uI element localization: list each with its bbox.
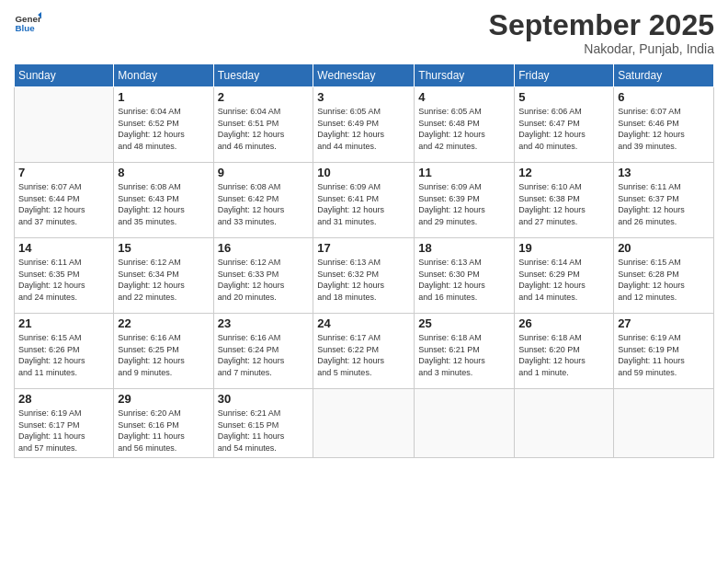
day-info: Sunrise: 6:11 AM Sunset: 6:37 PM Dayligh…: [618, 181, 710, 227]
calendar-header-row: Sunday Monday Tuesday Wednesday Thursday…: [15, 64, 714, 87]
calendar-week-row: 14Sunrise: 6:11 AM Sunset: 6:35 PM Dayli…: [15, 238, 714, 314]
logo: General Blue: [14, 9, 41, 37]
header: General Blue September 2025 Nakodar, Pun…: [14, 9, 714, 56]
col-monday: Monday: [114, 64, 213, 87]
month-title: September 2025: [489, 9, 714, 41]
day-number: 26: [518, 316, 609, 330]
col-wednesday: Wednesday: [313, 64, 415, 87]
day-info: Sunrise: 6:04 AM Sunset: 6:51 PM Dayligh…: [218, 106, 310, 152]
day-info: Sunrise: 6:19 AM Sunset: 6:19 PM Dayligh…: [618, 332, 710, 378]
day-number: 25: [418, 316, 510, 330]
calendar-cell: 14Sunrise: 6:11 AM Sunset: 6:35 PM Dayli…: [15, 238, 114, 314]
day-number: 10: [317, 166, 410, 179]
calendar-week-row: 21Sunrise: 6:15 AM Sunset: 6:26 PM Dayli…: [15, 314, 714, 389]
day-number: 16: [218, 241, 310, 255]
day-info: Sunrise: 6:08 AM Sunset: 6:43 PM Dayligh…: [118, 181, 209, 227]
calendar-cell: [313, 389, 415, 457]
calendar-cell: 16Sunrise: 6:12 AM Sunset: 6:33 PM Dayli…: [213, 238, 313, 314]
day-info: Sunrise: 6:14 AM Sunset: 6:29 PM Dayligh…: [518, 257, 609, 303]
calendar-table: Sunday Monday Tuesday Wednesday Thursday…: [14, 63, 714, 457]
calendar-cell: [614, 389, 714, 457]
day-number: 27: [618, 316, 710, 330]
day-number: 7: [18, 166, 109, 179]
day-info: Sunrise: 6:15 AM Sunset: 6:28 PM Dayligh…: [618, 257, 710, 303]
day-info: Sunrise: 6:12 AM Sunset: 6:34 PM Dayligh…: [118, 257, 209, 303]
calendar-cell: 22Sunrise: 6:16 AM Sunset: 6:25 PM Dayli…: [114, 314, 213, 389]
day-info: Sunrise: 6:05 AM Sunset: 6:49 PM Dayligh…: [317, 106, 410, 152]
calendar-cell: 24Sunrise: 6:17 AM Sunset: 6:22 PM Dayli…: [313, 314, 415, 389]
calendar-week-row: 28Sunrise: 6:19 AM Sunset: 6:17 PM Dayli…: [15, 389, 714, 457]
day-number: 3: [317, 90, 410, 104]
day-info: Sunrise: 6:16 AM Sunset: 6:25 PM Dayligh…: [118, 332, 209, 378]
svg-text:General: General: [16, 14, 42, 24]
day-number: 21: [18, 316, 109, 330]
calendar-cell: 3Sunrise: 6:05 AM Sunset: 6:49 PM Daylig…: [313, 87, 415, 163]
day-number: 2: [218, 90, 310, 104]
calendar-cell: 5Sunrise: 6:06 AM Sunset: 6:47 PM Daylig…: [515, 87, 614, 163]
day-info: Sunrise: 6:15 AM Sunset: 6:26 PM Dayligh…: [18, 332, 109, 378]
day-info: Sunrise: 6:13 AM Sunset: 6:32 PM Dayligh…: [317, 257, 410, 303]
calendar-cell: 19Sunrise: 6:14 AM Sunset: 6:29 PM Dayli…: [515, 238, 614, 314]
day-info: Sunrise: 6:08 AM Sunset: 6:42 PM Dayligh…: [218, 181, 310, 227]
day-info: Sunrise: 6:13 AM Sunset: 6:30 PM Dayligh…: [418, 257, 510, 303]
calendar-cell: 1Sunrise: 6:04 AM Sunset: 6:52 PM Daylig…: [114, 87, 213, 163]
day-number: 9: [218, 166, 310, 179]
day-info: Sunrise: 6:19 AM Sunset: 6:17 PM Dayligh…: [18, 408, 109, 454]
calendar-cell: [515, 389, 614, 457]
col-thursday: Thursday: [415, 64, 515, 87]
calendar-cell: 11Sunrise: 6:09 AM Sunset: 6:39 PM Dayli…: [415, 163, 515, 238]
calendar-cell: [415, 389, 515, 457]
day-number: 22: [118, 316, 209, 330]
day-info: Sunrise: 6:18 AM Sunset: 6:20 PM Dayligh…: [518, 332, 609, 378]
calendar-week-row: 1Sunrise: 6:04 AM Sunset: 6:52 PM Daylig…: [15, 87, 714, 163]
calendar-cell: 20Sunrise: 6:15 AM Sunset: 6:28 PM Dayli…: [614, 238, 714, 314]
day-number: 4: [418, 90, 510, 104]
col-tuesday: Tuesday: [213, 64, 313, 87]
day-number: 13: [618, 166, 710, 179]
day-number: 30: [218, 392, 310, 406]
day-info: Sunrise: 6:11 AM Sunset: 6:35 PM Dayligh…: [18, 257, 109, 303]
col-friday: Friday: [515, 64, 614, 87]
calendar-cell: 28Sunrise: 6:19 AM Sunset: 6:17 PM Dayli…: [15, 389, 114, 457]
day-info: Sunrise: 6:09 AM Sunset: 6:39 PM Dayligh…: [418, 181, 510, 227]
calendar-cell: 2Sunrise: 6:04 AM Sunset: 6:51 PM Daylig…: [213, 87, 313, 163]
day-number: 14: [18, 241, 109, 255]
day-info: Sunrise: 6:09 AM Sunset: 6:41 PM Dayligh…: [317, 181, 410, 227]
day-info: Sunrise: 6:07 AM Sunset: 6:46 PM Dayligh…: [618, 106, 710, 152]
day-number: 17: [317, 241, 410, 255]
day-number: 28: [18, 392, 109, 406]
day-number: 19: [518, 241, 609, 255]
day-info: Sunrise: 6:20 AM Sunset: 6:16 PM Dayligh…: [118, 408, 209, 454]
calendar-cell: 7Sunrise: 6:07 AM Sunset: 6:44 PM Daylig…: [15, 163, 114, 238]
day-info: Sunrise: 6:21 AM Sunset: 6:15 PM Dayligh…: [218, 408, 310, 454]
day-number: 5: [518, 90, 609, 104]
calendar-cell: 25Sunrise: 6:18 AM Sunset: 6:21 PM Dayli…: [415, 314, 515, 389]
calendar-cell: 15Sunrise: 6:12 AM Sunset: 6:34 PM Dayli…: [114, 238, 213, 314]
calendar-cell: 9Sunrise: 6:08 AM Sunset: 6:42 PM Daylig…: [213, 163, 313, 238]
day-number: 18: [418, 241, 510, 255]
location: Nakodar, Punjab, India: [489, 41, 714, 56]
col-saturday: Saturday: [614, 64, 714, 87]
calendar-cell: 27Sunrise: 6:19 AM Sunset: 6:19 PM Dayli…: [614, 314, 714, 389]
day-number: 15: [118, 241, 209, 255]
calendar-cell: 4Sunrise: 6:05 AM Sunset: 6:48 PM Daylig…: [415, 87, 515, 163]
calendar-cell: [15, 87, 114, 163]
calendar-cell: 17Sunrise: 6:13 AM Sunset: 6:32 PM Dayli…: [313, 238, 415, 314]
day-number: 6: [618, 90, 710, 104]
day-info: Sunrise: 6:17 AM Sunset: 6:22 PM Dayligh…: [317, 332, 410, 378]
day-number: 8: [118, 166, 209, 179]
day-number: 23: [218, 316, 310, 330]
calendar-cell: 30Sunrise: 6:21 AM Sunset: 6:15 PM Dayli…: [213, 389, 313, 457]
day-number: 11: [418, 166, 510, 179]
day-number: 1: [118, 90, 209, 104]
day-info: Sunrise: 6:05 AM Sunset: 6:48 PM Dayligh…: [418, 106, 510, 152]
calendar-cell: 12Sunrise: 6:10 AM Sunset: 6:38 PM Dayli…: [515, 163, 614, 238]
day-info: Sunrise: 6:18 AM Sunset: 6:21 PM Dayligh…: [418, 332, 510, 378]
logo-icon: General Blue: [14, 9, 41, 37]
calendar-cell: 10Sunrise: 6:09 AM Sunset: 6:41 PM Dayli…: [313, 163, 415, 238]
day-info: Sunrise: 6:06 AM Sunset: 6:47 PM Dayligh…: [518, 106, 609, 152]
calendar-cell: 29Sunrise: 6:20 AM Sunset: 6:16 PM Dayli…: [114, 389, 213, 457]
title-block: September 2025 Nakodar, Punjab, India: [489, 9, 714, 56]
calendar-cell: 21Sunrise: 6:15 AM Sunset: 6:26 PM Dayli…: [15, 314, 114, 389]
calendar-cell: 13Sunrise: 6:11 AM Sunset: 6:37 PM Dayli…: [614, 163, 714, 238]
